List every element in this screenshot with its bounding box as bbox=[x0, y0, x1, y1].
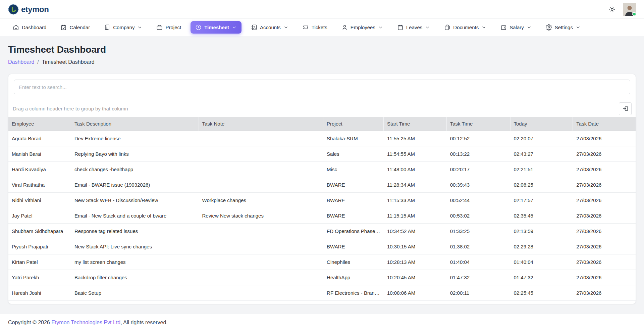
cell-task-time: 00:52:44 bbox=[447, 193, 511, 208]
table-row: Piyush PrajapatiNew Stack API: Live sync… bbox=[8, 239, 636, 254]
person-icon bbox=[341, 24, 348, 31]
cell-project: RF Electronics - Brand Store bbox=[323, 285, 384, 300]
nav-item-timesheet[interactable]: Timesheet bbox=[191, 21, 241, 34]
cell-project: Misc bbox=[323, 162, 384, 177]
cell-start-time: 11:28:34 AM bbox=[384, 177, 447, 192]
cell-employee: Jay Patel bbox=[8, 208, 71, 223]
cell-task-description: Dev Extreme license bbox=[71, 131, 199, 146]
main-content: Timesheet Dashboard Dashboard / Timeshee… bbox=[0, 36, 644, 314]
cell-task-description: Backdrop filter changes bbox=[71, 270, 199, 285]
cell-start-time: 10:34:52 AM bbox=[384, 224, 447, 239]
footer-copyright-prefix: Copyright © 2026 bbox=[8, 320, 51, 325]
nav-item-documents[interactable]: Documents bbox=[439, 21, 491, 34]
nav-item-project[interactable]: Project bbox=[152, 21, 186, 34]
cell-task-time: 01:40:04 bbox=[447, 254, 511, 270]
table-row: Manish BaraiReplying Bayo with linksSale… bbox=[8, 146, 636, 162]
cell-task-description: New Stack API: Live sync changes bbox=[71, 239, 199, 254]
cell-employee: Shubham Sidhdhapara bbox=[8, 224, 71, 239]
table-row: Agrata BoradDev Extreme licenseShalaka-S… bbox=[8, 131, 636, 146]
column-header-today[interactable]: Today bbox=[511, 117, 573, 131]
column-header-task-description[interactable]: Task Description bbox=[71, 117, 199, 131]
table-row: Yatri ParekhBackdrop filter changesHealt… bbox=[8, 270, 636, 285]
calendar-check-icon bbox=[60, 24, 67, 31]
ticket-icon bbox=[303, 24, 309, 31]
table-row: Nidhi VithlaniNew Stack WEB - Discussion… bbox=[8, 193, 636, 208]
page-title: Timesheet Dashboard bbox=[8, 44, 636, 55]
cell-project: BWARE bbox=[323, 239, 384, 254]
nav-item-label: Tickets bbox=[312, 25, 327, 30]
nav-item-label: Accounts bbox=[260, 25, 281, 30]
nav-item-settings[interactable]: Settings bbox=[541, 21, 585, 34]
nav-item-leaves[interactable]: Leaves bbox=[392, 21, 435, 34]
etymon-logo-icon bbox=[8, 4, 19, 15]
cell-task-description: Email - BWARE issue (19032026) bbox=[71, 177, 199, 192]
brand-name: etymon bbox=[21, 5, 49, 14]
cell-today: 02:13:59 bbox=[511, 224, 573, 239]
cell-project: Cinephiles bbox=[323, 254, 384, 270]
column-header-project[interactable]: Project bbox=[323, 117, 384, 131]
export-button[interactable] bbox=[619, 102, 632, 115]
cell-employee: Manish Barai bbox=[8, 146, 71, 161]
cell-today: 02:06:25 bbox=[511, 177, 573, 192]
clock-icon bbox=[195, 24, 202, 31]
cell-today: 02:17:57 bbox=[511, 193, 573, 208]
nav-item-label: Settings bbox=[555, 25, 573, 30]
home-icon bbox=[13, 24, 19, 31]
column-header-start-time[interactable]: Start Time bbox=[384, 117, 447, 131]
gear-icon bbox=[546, 24, 552, 31]
nav-item-label: Dashboard bbox=[22, 25, 46, 30]
cell-task-note bbox=[199, 254, 324, 270]
footer-company-link[interactable]: Etymon Technologies Pvt Ltd bbox=[51, 320, 120, 325]
breadcrumb-separator: / bbox=[37, 59, 39, 65]
nav-item-employees[interactable]: Employees bbox=[337, 21, 388, 34]
timesheet-grid-card: Drag a column header here to group by th… bbox=[8, 74, 636, 304]
cell-task-note bbox=[199, 270, 324, 285]
search-input[interactable] bbox=[14, 80, 630, 94]
cell-project: BWARE bbox=[323, 208, 384, 223]
breadcrumb: Dashboard / Timesheet Dashboard bbox=[8, 59, 636, 65]
cell-employee: Kirtan Patel bbox=[8, 254, 71, 270]
cell-project: BWARE bbox=[323, 193, 384, 208]
cell-today: 02:43:27 bbox=[511, 146, 573, 161]
nav-item-label: Project bbox=[165, 25, 181, 30]
grid-search-area bbox=[8, 74, 636, 100]
nav-item-label: Documents bbox=[453, 25, 479, 30]
cell-today: 01:47:32 bbox=[511, 270, 573, 285]
nav-item-salary[interactable]: Salary bbox=[496, 21, 536, 34]
cell-task-description: New Stack WEB - Discussion/Review bbox=[71, 193, 199, 208]
footer-copyright-suffix: , All rights reserved. bbox=[120, 320, 168, 325]
cell-task-description: Email - New Stack and a couple of bware bbox=[71, 208, 199, 223]
column-header-employee[interactable]: Employee bbox=[8, 117, 71, 131]
cell-start-time: 11:15:33 AM bbox=[384, 193, 447, 208]
cell-task-time: 00:20:17 bbox=[447, 162, 511, 177]
nav-item-tickets[interactable]: Tickets bbox=[298, 21, 332, 34]
cell-task-description: Response tag related issues bbox=[71, 224, 199, 239]
cell-project: Shalaka-SRM bbox=[323, 131, 384, 146]
nav-item-dashboard[interactable]: Dashboard bbox=[8, 21, 51, 34]
cell-task-time: 00:13:22 bbox=[447, 146, 511, 161]
column-header-task-note[interactable]: Task Note bbox=[199, 117, 324, 131]
wallet-icon bbox=[500, 24, 507, 31]
cell-today: 02:29:28 bbox=[511, 239, 573, 254]
breadcrumb-dashboard-link[interactable]: Dashboard bbox=[8, 59, 34, 65]
cell-start-time: 10:30:15 AM bbox=[384, 239, 447, 254]
cell-task-date: 27/03/2026 bbox=[573, 208, 636, 223]
cell-task-note bbox=[199, 239, 324, 254]
nav-item-label: Timesheet bbox=[204, 25, 229, 30]
chevron-down-icon bbox=[527, 25, 532, 30]
cell-task-time: 01:38:02 bbox=[447, 239, 511, 254]
export-icon bbox=[622, 105, 629, 112]
column-header-task-date[interactable]: Task Date bbox=[573, 117, 636, 131]
nav-item-accounts[interactable]: Accounts bbox=[246, 21, 293, 34]
footer: Copyright © 2026 Etymon Technologies Pvt… bbox=[0, 314, 644, 331]
theme-toggle-button[interactable] bbox=[607, 4, 617, 14]
cell-task-date: 27/03/2026 bbox=[573, 285, 636, 300]
user-avatar[interactable] bbox=[623, 3, 636, 16]
building-icon bbox=[104, 24, 110, 31]
table-row: Haresh JoshiBasic SetupRF Electronics - … bbox=[8, 285, 636, 301]
column-header-task-time[interactable]: Task Time bbox=[447, 117, 511, 131]
nav-item-calendar[interactable]: Calendar bbox=[56, 21, 95, 34]
nav-item-company[interactable]: Company bbox=[99, 21, 147, 34]
brand-logo[interactable]: etymon bbox=[8, 4, 49, 15]
cell-task-description: Basic Setup bbox=[71, 285, 199, 300]
